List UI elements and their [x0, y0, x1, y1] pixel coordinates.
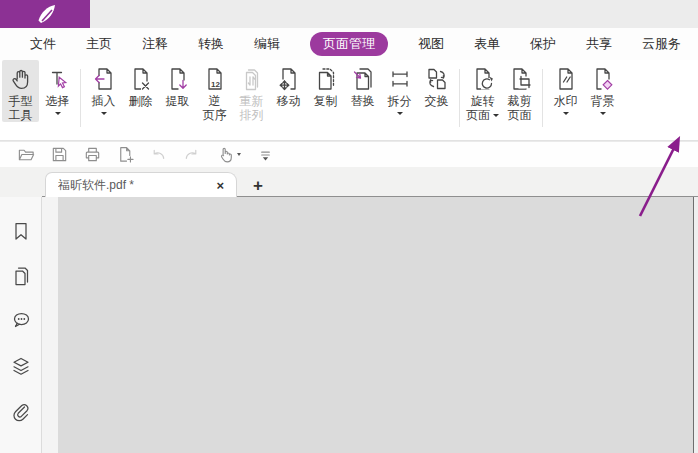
menu-item-comment[interactable]: 注释: [142, 35, 168, 53]
ribbon-separator: [80, 69, 81, 127]
menu-item-view[interactable]: 视图: [418, 35, 444, 53]
dropdown-caret-icon: [600, 112, 606, 115]
layers-panel-button[interactable]: [9, 354, 33, 378]
undo-button: [148, 145, 168, 165]
document-canvas[interactable]: [58, 197, 693, 453]
customize-toolbar-icon: [256, 145, 275, 164]
paperclip-icon: [10, 400, 32, 422]
delete-page-icon: [128, 66, 154, 92]
extract-page-icon: [165, 66, 191, 92]
layers-icon: [10, 355, 32, 377]
menu-item-edit[interactable]: 编辑: [254, 35, 280, 53]
rotate-pages-button[interactable]: 旋转 页面: [464, 60, 501, 122]
customize-toolbar-button[interactable]: [255, 145, 275, 165]
page-thumbnails-icon: [10, 265, 32, 287]
open-file-button[interactable]: [16, 145, 36, 165]
select-button[interactable]: 选择: [39, 60, 76, 115]
move-page-icon: [276, 66, 302, 92]
menu-item-share[interactable]: 共享: [586, 35, 612, 53]
quick-access-toolbar: [0, 141, 698, 167]
printer-icon: [83, 145, 102, 164]
swap-page-button[interactable]: 交换: [418, 60, 455, 108]
reverse-order-icon: 12: [202, 66, 228, 92]
vertical-scrollbar[interactable]: [693, 197, 698, 453]
menu-item-file[interactable]: 文件: [30, 35, 56, 53]
dropdown-caret-icon: [563, 112, 569, 115]
copy-page-icon: [313, 66, 339, 92]
quill-pen-icon: [25, 2, 65, 26]
comments-panel-button[interactable]: [9, 309, 33, 333]
insert-page-icon: [91, 66, 117, 92]
rearrange-pages-button: 重新 排列: [233, 60, 270, 122]
watermark-button[interactable]: 水印: [547, 60, 584, 115]
crop-pages-button[interactable]: 裁剪 页面: [501, 60, 538, 122]
ribbon-group-pages: 插入 删除 提取: [85, 60, 455, 122]
document-gutter: [42, 197, 58, 453]
document-tab[interactable]: 福昕软件.pdf * ×: [45, 172, 237, 197]
ribbon-separator: [542, 69, 543, 127]
menu-item-form[interactable]: 表单: [474, 35, 500, 53]
dropdown-caret-icon: [237, 153, 241, 156]
dropdown-caret-icon: [397, 112, 403, 115]
attachments-panel-button[interactable]: [9, 399, 33, 423]
menu-item-protect[interactable]: 保护: [530, 35, 556, 53]
bookmarks-panel-button[interactable]: [9, 219, 33, 243]
replace-page-button[interactable]: 替换: [344, 60, 381, 108]
menu-item-convert[interactable]: 转换: [198, 35, 224, 53]
print-button[interactable]: [82, 145, 102, 165]
dropdown-caret-icon: [493, 114, 499, 117]
hand-tool-button[interactable]: 手型 工具: [2, 60, 39, 122]
copy-page-button[interactable]: 复制: [307, 60, 344, 108]
new-page-button[interactable]: [115, 145, 135, 165]
dropdown-caret-icon: [101, 112, 107, 115]
menu-item-home[interactable]: 主页: [86, 35, 112, 53]
document-tab-bar: 福昕软件.pdf * × +: [0, 167, 698, 197]
crop-pages-icon: [507, 66, 533, 92]
title-bar: [0, 0, 698, 28]
rotate-pages-icon: [470, 66, 496, 92]
redo-icon: [182, 145, 201, 164]
select-cursor-icon: [45, 66, 71, 92]
menu-item-page-organize[interactable]: 页面管理: [310, 32, 388, 56]
move-page-button[interactable]: 移动: [270, 60, 307, 108]
menu-item-cloud[interactable]: 云服务: [642, 35, 681, 53]
partially-visible-panel-icon[interactable]: [10, 449, 32, 453]
document-tab-title: 福昕软件.pdf *: [58, 177, 213, 194]
save-button[interactable]: [49, 145, 69, 165]
save-icon: [50, 145, 69, 164]
watermark-icon: [553, 66, 579, 92]
page-thumbnails-panel-button[interactable]: [9, 264, 33, 288]
svg-text:12: 12: [211, 80, 220, 89]
hand-icon: [8, 66, 34, 92]
background-button[interactable]: 背景: [584, 60, 621, 115]
app-logo[interactable]: [0, 0, 90, 28]
background-icon: [590, 66, 616, 92]
split-page-button[interactable]: 拆分: [381, 60, 418, 115]
main-area: [0, 197, 698, 453]
new-page-icon: [116, 145, 135, 164]
ribbon-group-transform: 旋转 页面 裁剪 页面: [464, 60, 538, 122]
foxit-pdf-editor-window: 文件 主页 注释 转换 编辑 页面管理 视图 表单 保护 共享 云服务 手型 工…: [0, 0, 698, 453]
tab-close-button[interactable]: ×: [213, 177, 227, 194]
extract-page-button[interactable]: 提取: [159, 60, 196, 108]
menu-bar: 文件 主页 注释 转换 编辑 页面管理 视图 表单 保护 共享 云服务: [0, 28, 698, 60]
reverse-page-order-button[interactable]: 12 逆 页序: [196, 60, 233, 122]
bookmark-icon: [10, 220, 32, 242]
rearrange-pages-icon: [239, 66, 265, 92]
ribbon-separator: [459, 69, 460, 127]
ribbon-toolbar: 手型 工具 选择 插入: [0, 60, 698, 141]
swap-pages-icon: [424, 66, 450, 92]
navigation-sidebar: [0, 197, 42, 453]
replace-page-icon: [350, 66, 376, 92]
split-page-icon: [387, 66, 413, 92]
new-tab-button[interactable]: +: [253, 177, 263, 194]
ribbon-group-decorate: 水印 背景: [547, 60, 621, 115]
redo-button: [181, 145, 201, 165]
touch-hand-icon: [216, 145, 235, 164]
insert-page-button[interactable]: 插入: [85, 60, 122, 115]
delete-page-button[interactable]: 删除: [122, 60, 159, 108]
document-pane: [42, 197, 698, 453]
dropdown-caret-icon: [55, 112, 61, 115]
comment-bubble-icon: [10, 310, 32, 332]
touch-mode-button[interactable]: [214, 145, 242, 165]
